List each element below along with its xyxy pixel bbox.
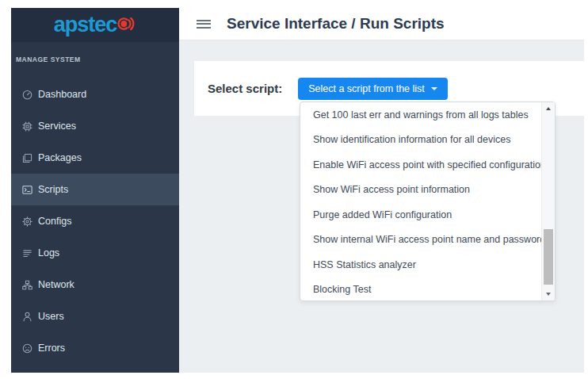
sidebar-item-label: Configs xyxy=(38,216,71,227)
script-dropdown-menu: Get 100 last err and warnings from all l… xyxy=(300,101,556,301)
page-title: Service Interface / Run Scripts xyxy=(227,15,445,33)
dropdown-item[interactable]: Purge added WiFi configuration xyxy=(300,202,541,228)
script-dropdown-button-label: Select a script from the list xyxy=(308,83,425,94)
script-dropdown-list: Get 100 last err and warnings from all l… xyxy=(300,102,541,301)
sidebar-item-logs[interactable]: Logs xyxy=(11,237,179,269)
top-bar: Service Interface / Run Scripts xyxy=(179,8,584,40)
sidebar-item-label: Users xyxy=(38,311,64,322)
sidebar-item-label: Network xyxy=(38,279,74,290)
sidebar-item-label: Services xyxy=(38,121,76,132)
main-area: Service Interface / Run Scripts Select s… xyxy=(179,8,584,373)
sidebar-item-services[interactable]: Services xyxy=(11,110,179,142)
sidebar-item-packages[interactable]: Packages xyxy=(11,142,179,174)
brand-signal-o-icon xyxy=(117,13,136,38)
services-icon xyxy=(16,121,38,132)
logs-icon xyxy=(16,247,38,259)
sidebar-item-network[interactable]: Network xyxy=(11,269,179,301)
network-icon xyxy=(16,279,38,291)
brand-wordmark: apstec xyxy=(54,14,117,36)
sidebar-item-users[interactable]: Users xyxy=(11,301,179,332)
dashboard-icon xyxy=(16,89,38,101)
sidebar-item-configs[interactable]: Configs xyxy=(11,205,179,237)
dropdown-scrollbar[interactable] xyxy=(541,102,555,301)
sidebar-item-scripts[interactable]: Scripts xyxy=(11,174,179,205)
app-window: apstec MANAGE SYSTEM DashboardServicesPa… xyxy=(11,8,584,373)
scrollbar-thumb[interactable] xyxy=(544,229,553,285)
sidebar-item-label: Scripts xyxy=(38,184,68,195)
brand-logo[interactable]: apstec xyxy=(11,8,179,42)
menu-toggle-icon[interactable] xyxy=(197,17,211,30)
sidebar-nav: DashboardServicesPackagesScriptsConfigsL… xyxy=(11,78,179,364)
dropdown-item[interactable]: Show WiFi access point information xyxy=(300,178,541,203)
dropdown-item[interactable]: HSS Statistics analyzer xyxy=(300,252,541,278)
sidebar-section-label: MANAGE SYSTEM xyxy=(16,56,179,63)
scroll-down-icon[interactable] xyxy=(542,288,555,301)
dropdown-item[interactable]: Get 100 last err and warnings from all l… xyxy=(300,102,541,128)
dropdown-item[interactable]: Enable WiFi access point with specified … xyxy=(300,152,541,178)
sidebar-item-label: Errors xyxy=(38,343,65,354)
dropdown-item[interactable]: Show internal WiFi access point name and… xyxy=(300,228,541,253)
caret-down-icon xyxy=(431,87,437,90)
dropdown-item[interactable]: Show identification information for all … xyxy=(300,128,541,153)
sidebar: apstec MANAGE SYSTEM DashboardServicesPa… xyxy=(11,8,179,373)
configs-icon xyxy=(16,216,38,228)
sidebar-item-dashboard[interactable]: Dashboard xyxy=(11,78,179,110)
errors-icon xyxy=(16,343,38,354)
scripts-icon xyxy=(16,184,38,196)
scroll-up-icon[interactable] xyxy=(542,102,555,115)
dropdown-item[interactable]: Blocking Test xyxy=(300,278,541,302)
packages-icon xyxy=(16,152,38,164)
content-area: Select script: Select a script from the … xyxy=(179,40,584,373)
sidebar-item-errors[interactable]: Errors xyxy=(11,332,179,364)
sidebar-item-label: Packages xyxy=(38,152,82,163)
select-script-label: Select script: xyxy=(208,82,282,95)
sidebar-item-label: Logs xyxy=(38,247,59,258)
sidebar-item-label: Dashboard xyxy=(38,89,86,100)
users-icon xyxy=(16,311,38,323)
script-dropdown-button[interactable]: Select a script from the list xyxy=(298,78,448,100)
